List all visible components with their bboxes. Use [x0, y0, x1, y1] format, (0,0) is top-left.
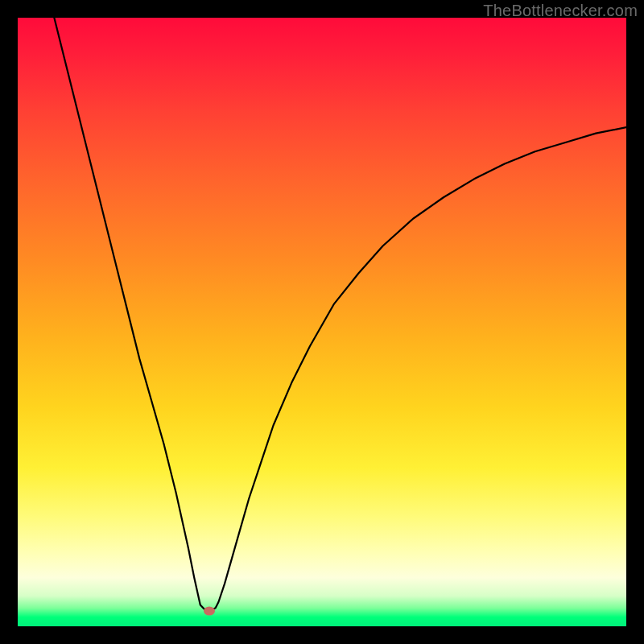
watermark-text: TheBottlenecker.com	[483, 2, 638, 20]
optimum-marker	[204, 607, 215, 616]
plot-area	[18, 18, 626, 626]
chart-frame: TheBottlenecker.com	[0, 0, 644, 644]
bottleneck-curve	[18, 18, 626, 626]
